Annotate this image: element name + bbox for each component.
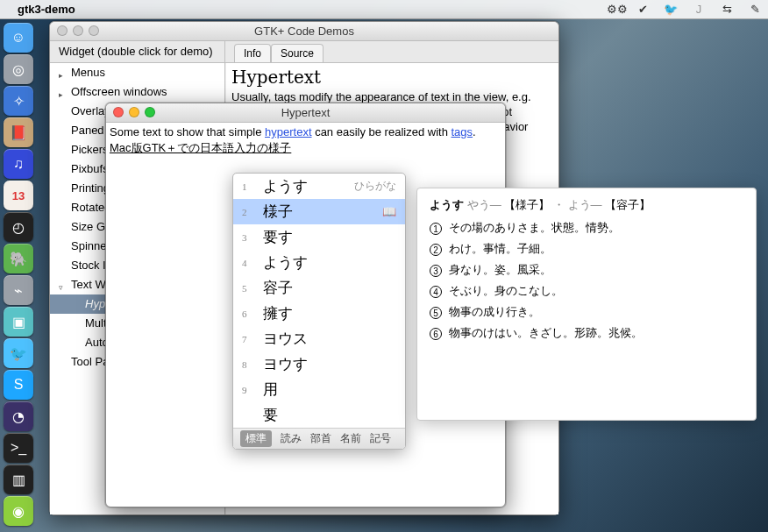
hypertext-link[interactable]: hypertext	[265, 125, 311, 138]
dict-definitions: 1 その場のありさま。状態。情勢。2 わけ。事情。子細。3 身なり。姿。風采。4…	[430, 220, 743, 341]
dock-dashboard-icon[interactable]: ◴	[4, 212, 33, 242]
disclosure-triangle-icon[interactable]: ▸	[59, 67, 63, 83]
titlebar[interactable]: GTK+ Code Demos	[50, 22, 558, 41]
definition-text: 物事のけはい。きざし。形跡。兆候。	[445, 326, 643, 339]
titlebar[interactable]: Hypertext	[106, 103, 505, 123]
text-fragment: .	[473, 125, 476, 138]
japanese-composing-text: Mac版GTK＋での日本語入力の様子	[110, 141, 291, 154]
definition-number-icon: 2	[430, 244, 442, 256]
dock-image-icon[interactable]: ▣	[4, 307, 33, 337]
dock: ☺◎✧📕♫13◴🐘⌁▣🐦S◔>_▥◉	[0, 19, 37, 532]
candidate-word: 様子	[256, 202, 382, 222]
dock-disk-icon[interactable]: ⌁	[4, 275, 33, 305]
sidebar-item[interactable]: ▸Menus	[50, 63, 224, 82]
zoom-button[interactable]	[145, 107, 155, 117]
candidate-word: 用	[256, 379, 396, 400]
ime-candidate[interactable]: 9用	[233, 377, 405, 402]
candidate-hint: ひらがな	[354, 179, 396, 194]
ime-candidate[interactable]: 2様子📖	[233, 199, 405, 224]
ime-mode-2[interactable]: 部首	[310, 431, 331, 446]
dict-definition: 5 物事の成り行き。	[430, 304, 743, 320]
ime-mode-3[interactable]: 名前	[340, 431, 361, 446]
ime-mode-4[interactable]: 記号	[370, 431, 391, 446]
definition-text: 身なり。姿。風采。	[445, 263, 551, 276]
dict-definition: 4 そぶり。身のこなし。	[430, 283, 743, 299]
close-button[interactable]	[113, 107, 124, 117]
ime-footer: 標準読み部首名前記号	[233, 428, 405, 449]
minimize-button[interactable]	[129, 107, 139, 117]
widget-column-header: Widget (double click for demo)	[50, 41, 225, 62]
candidate-number: 1	[242, 181, 256, 192]
dock-finder-icon[interactable]: ☺	[4, 23, 33, 53]
dict-reading: ようす	[430, 198, 464, 211]
dictionary-popup: ようす やう— 【様子】 ・ よう— 【容子】 1 その場のありさま。状態。情勢…	[416, 188, 757, 421]
minimize-button[interactable]	[73, 25, 83, 36]
candidate-word: 要す	[256, 227, 396, 247]
candidate-number: 9	[242, 385, 256, 395]
dock-equalizer-icon[interactable]: ▥	[4, 465, 33, 494]
ime-candidate-popup: 1ようすひらがな2様子📖3要す4ようす5容子6擁す7ヨウス8ヨウす9用要標準読み…	[232, 173, 406, 450]
ime-candidate[interactable]: 4ようす	[233, 250, 405, 275]
candidate-number: 7	[242, 334, 256, 344]
dict-separator: ・	[553, 198, 565, 211]
disclosure-triangle-icon[interactable]: ▸	[59, 87, 63, 103]
candidate-word: 要	[256, 405, 396, 425]
sidebar-item-label: Pixbufs	[71, 162, 109, 175]
candidate-number: 5	[242, 283, 256, 294]
menuextra-swap-icon[interactable]: ⇆	[719, 3, 735, 16]
menuextra-twitter-icon[interactable]: 🐦	[663, 3, 679, 16]
zoom-button[interactable]	[89, 25, 99, 36]
definition-number-icon: 4	[430, 286, 442, 298]
definition-number-icon: 6	[430, 328, 442, 340]
menuextra-gears-icon[interactable]: ⚙⚙	[607, 3, 622, 16]
ime-candidate[interactable]: 3要す	[233, 224, 405, 250]
ime-candidate[interactable]: 1ようすひらがな	[233, 174, 405, 199]
dock-evernote-icon[interactable]: 🐘	[4, 244, 33, 273]
dock-contacts-icon[interactable]: 📕	[4, 117, 33, 147]
dock-skype-icon[interactable]: S	[4, 370, 33, 400]
app-menu[interactable]: gtk3-demo	[18, 3, 75, 16]
candidate-number: 2	[242, 207, 256, 217]
tab-source[interactable]: Source	[271, 44, 324, 62]
ime-mode-1[interactable]: 読み	[281, 431, 302, 446]
ime-candidate[interactable]: 8ヨウす	[233, 351, 405, 377]
ime-mode-0[interactable]: 標準	[240, 430, 272, 447]
candidate-word: ヨウス	[256, 329, 396, 349]
ime-candidate[interactable]: 要	[233, 402, 405, 428]
tags-link[interactable]: tags	[452, 125, 473, 138]
text-fragment: can easily be realized with	[312, 125, 452, 138]
dict-definition: 2 わけ。事情。子細。	[430, 241, 743, 257]
window-title: GTK+ Code Demos	[254, 25, 354, 38]
dock-lime-icon[interactable]: ◉	[4, 496, 33, 526]
close-button[interactable]	[57, 25, 68, 36]
dock-twitter-icon[interactable]: 🐦	[4, 338, 33, 368]
dock-itunes-icon[interactable]: ♫	[4, 149, 33, 179]
dict-kanji-alt: 【容子】	[605, 198, 651, 211]
dock-launchpad-icon[interactable]: ◎	[4, 54, 33, 84]
dock-calendar-icon[interactable]: 13	[4, 181, 33, 210]
definition-number-icon: 3	[430, 265, 442, 277]
dock-terminal-icon[interactable]: >_	[4, 433, 33, 463]
menuextra-evernote-icon[interactable]: ✎	[747, 3, 763, 16]
content-title: Hypertext	[231, 67, 553, 88]
dictionary-icon[interactable]: 📖	[382, 205, 396, 218]
sidebar-item[interactable]: ▸Offscreen windows	[50, 82, 224, 102]
dict-definition: 1 その場のありさま。状態。情勢。	[430, 220, 743, 236]
definition-text: そぶり。身のこなし。	[445, 284, 563, 297]
menuextra-check-icon[interactable]: ✔	[635, 3, 651, 16]
candidate-word: ヨウす	[256, 354, 396, 374]
ime-candidate[interactable]: 5容子	[233, 275, 405, 301]
disclosure-triangle-icon[interactable]: ▿	[59, 280, 63, 295]
dock-eclipse-icon[interactable]: ◔	[4, 401, 33, 431]
tab-info[interactable]: Info	[234, 44, 271, 62]
window-title: Hypertext	[281, 106, 331, 119]
ime-candidate[interactable]: 6擁す	[233, 301, 405, 326]
candidate-word: 容子	[256, 278, 396, 298]
definition-text: その場のありさま。状態。情勢。	[445, 221, 620, 234]
sidebar-item-label: Offscreen windows	[71, 85, 167, 98]
hypertext-body[interactable]: Some text to show that simple hypertext …	[106, 123, 505, 158]
dict-historical-reading: やう—	[467, 198, 501, 211]
dock-safari-icon[interactable]: ✧	[4, 86, 33, 116]
menuextra-j-icon[interactable]: J	[691, 3, 707, 16]
ime-candidate[interactable]: 7ヨウス	[233, 326, 405, 351]
